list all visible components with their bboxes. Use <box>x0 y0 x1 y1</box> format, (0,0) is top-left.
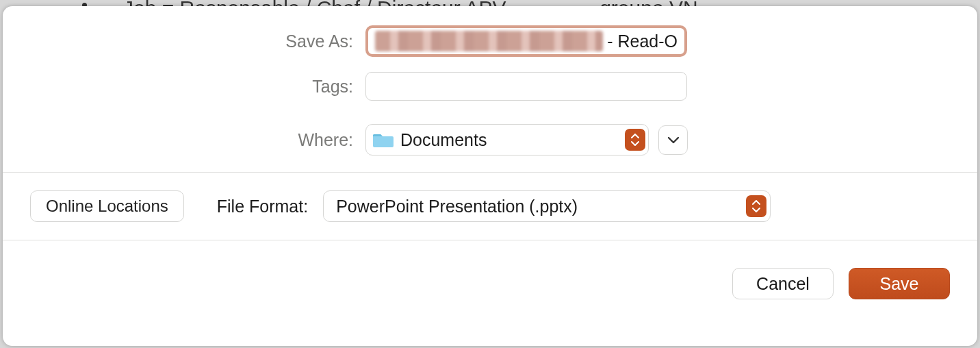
where-dropdown[interactable]: Documents <box>365 124 649 156</box>
save-as-label: Save As: <box>30 32 365 51</box>
save-dialog: Save As: - Read-O Tags: Where: Documents <box>3 6 977 346</box>
dialog-middle-section: Online Locations File Format: PowerPoint… <box>3 173 977 240</box>
filename-suffix: - Read-O <box>607 32 678 51</box>
cancel-button[interactable]: Cancel <box>732 268 834 299</box>
where-stepper-icon[interactable] <box>625 129 645 151</box>
tags-label: Tags: <box>30 77 365 97</box>
where-label: Where: <box>30 130 365 150</box>
save-as-input[interactable]: - Read-O <box>365 25 687 57</box>
expand-button[interactable] <box>658 125 688 155</box>
where-folder-name: Documents <box>400 130 618 150</box>
chevron-down-icon <box>667 136 680 144</box>
dialog-footer: Cancel Save <box>3 240 977 346</box>
file-format-dropdown[interactable]: PowerPoint Presentation (.pptx) <box>323 190 771 222</box>
tags-input[interactable] <box>365 72 687 101</box>
online-locations-button[interactable]: Online Locations <box>30 190 184 222</box>
filename-redacted <box>375 31 603 51</box>
file-format-label: File Format: <box>217 197 308 216</box>
dialog-top-section: Save As: - Read-O Tags: Where: Documents <box>3 6 977 172</box>
save-button[interactable]: Save <box>849 268 950 299</box>
file-format-stepper-icon[interactable] <box>746 195 766 217</box>
folder-icon <box>373 132 394 148</box>
file-format-value: PowerPoint Presentation (.pptx) <box>336 197 746 216</box>
